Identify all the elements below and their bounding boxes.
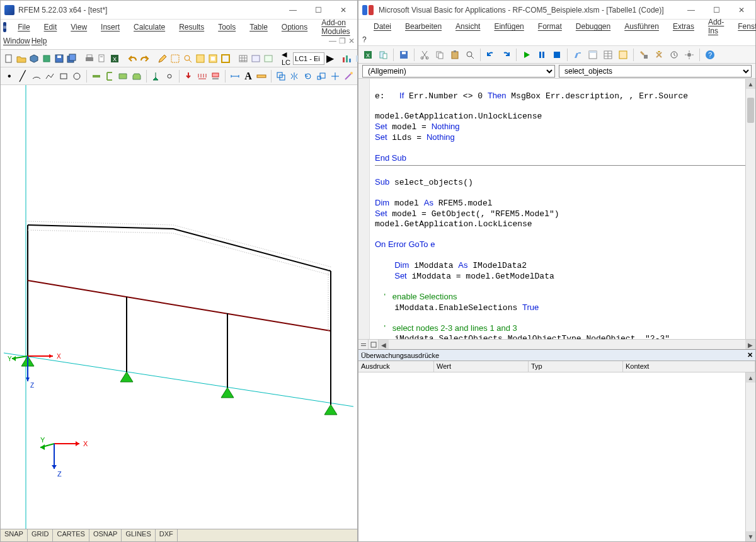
mirror-icon[interactable] [289,69,301,83]
scale-icon[interactable] [316,69,328,83]
printpreview-icon[interactable] [96,52,108,66]
text-icon[interactable]: A [242,69,254,83]
arc-icon[interactable] [30,69,42,83]
menu-window[interactable]: Window [3,37,30,45]
design-mode-icon[interactable] [571,48,585,62]
select-all-icon[interactable] [220,52,231,66]
close-button[interactable]: ✕ [729,1,754,19]
view-excel-icon[interactable]: X [361,48,375,62]
save-icon[interactable] [54,52,65,66]
menu-extras[interactable]: Extras [667,20,701,33]
menu-tools[interactable]: Tools [212,21,242,33]
select-rect-icon[interactable] [169,52,181,66]
mdi-close-button[interactable]: ✕ [348,37,355,45]
load-case-selector[interactable] [293,52,324,65]
filter-icon[interactable] [207,52,219,66]
rect-icon[interactable] [57,69,69,83]
wand-icon[interactable] [343,69,355,83]
areaload-icon[interactable] [209,69,221,83]
mdi-restore-button[interactable]: ❐ [339,37,346,45]
member-icon[interactable] [90,69,102,83]
options-icon[interactable] [682,48,696,62]
menu-table[interactable]: Table [243,21,274,33]
watch-col-ausdruck[interactable]: Ausdruck [358,361,434,372]
watch-close-button[interactable]: ✕ [747,351,753,359]
undo-icon[interactable] [484,48,498,62]
toggle-breakpoint-icon[interactable] [652,48,666,62]
scroll-down-icon[interactable]: ▼ [746,531,755,541]
entity-select-icon[interactable] [195,52,206,66]
table2-icon[interactable] [250,52,261,66]
watch-col-kontext[interactable]: Kontext [623,361,755,372]
status-dxf[interactable]: DXF [156,529,178,541]
load-icon[interactable] [182,69,194,83]
menu-bearbeiten[interactable]: Bearbeiten [399,20,448,33]
watch-col-wert[interactable]: Wert [434,361,529,372]
menu-view[interactable]: View [64,21,93,33]
saveall-icon[interactable] [66,52,77,66]
menu-file[interactable]: File [11,21,36,33]
menu-help[interactable]: Help [32,37,47,45]
redo-icon[interactable] [139,52,151,66]
block-icon[interactable] [41,52,52,66]
scroll-thumb[interactable] [747,98,754,123]
circle-icon[interactable] [71,69,83,83]
scroll-up-icon[interactable]: ▲ [746,79,755,89]
undo-icon[interactable] [127,52,138,66]
project-explorer-icon[interactable] [586,48,600,62]
watch-col-typ[interactable]: Typ [529,361,623,372]
mdi-minimize-button[interactable]: — [329,37,336,45]
properties-icon[interactable] [601,48,615,62]
status-glines[interactable]: GLINES [122,529,155,541]
code-editor[interactable]: e: If Err.Number <> 0 Then MsgBox Err.de… [358,79,755,350]
menu-einfuegen[interactable]: Einfügen [488,20,530,33]
table-icon[interactable] [238,52,249,66]
excel-icon[interactable]: X [109,52,120,66]
vba-titlebar[interactable]: Microsoft Visual Basic for Applications … [358,1,755,20]
menu-debuggen[interactable]: Debuggen [570,20,617,33]
code-text[interactable]: e: If Err.Number <> 0 Then MsgBox Err.de… [370,88,755,341]
results1-icon[interactable] [341,52,352,66]
dim-icon[interactable] [229,69,241,83]
object-combo[interactable]: (Allgemein) [362,65,555,78]
procedure-combo[interactable]: select_objects [559,65,752,78]
zoom-window-icon[interactable] [182,52,193,66]
support-icon[interactable] [150,69,162,83]
vertical-scrollbar[interactable]: ▲ ▼ [745,372,755,541]
watch-window-title[interactable]: Überwachungsausdrücke ✕ [358,350,755,361]
run-icon[interactable] [520,48,534,62]
menu-ausfuehren[interactable]: Ausführen [618,20,665,33]
minimize-button[interactable]: — [280,1,306,19]
rfem-system-menu-icon[interactable]: ≡ [3,22,6,32]
cut-icon[interactable] [418,48,432,62]
menu-insert[interactable]: Insert [94,21,126,33]
node-icon[interactable]: • [3,69,15,83]
solid-icon[interactable] [130,69,142,83]
proc-view-icon[interactable] [358,340,369,350]
copy-el-icon[interactable] [275,69,287,83]
status-cartes[interactable]: CARTES [53,529,89,541]
lineload-icon[interactable] [196,69,208,83]
minimize-button[interactable]: — [679,1,704,19]
menu-format[interactable]: Format [532,20,568,33]
menu-help[interactable]: ? [362,35,367,44]
watch-body[interactable]: ▲ ▼ [358,372,755,541]
horizontal-scrollbar[interactable]: ◀ ▶ [379,340,755,349]
menu-ansicht[interactable]: Ansicht [449,20,486,33]
menu-results[interactable]: Results [173,21,210,33]
object-browser-icon[interactable] [616,48,630,62]
status-grid[interactable]: GRID [28,529,54,541]
cube-icon[interactable] [28,52,40,66]
scroll-left-icon[interactable]: ◀ [379,340,389,350]
copy-icon[interactable] [433,48,447,62]
menu-options[interactable]: Options [275,21,314,33]
rfem-titlebar[interactable]: RFEM 5.22.03 x64 - [test*] — ☐ ✕ [1,1,357,20]
menu-datei[interactable]: Datei [367,20,398,33]
status-snap[interactable]: SNAP [1,529,28,541]
scroll-up-icon[interactable]: ▲ [746,372,755,383]
toolbox-icon[interactable] [637,48,651,62]
scroll-right-icon[interactable]: ▶ [745,340,755,350]
rotate-icon[interactable] [302,69,314,83]
hinge-icon[interactable] [163,69,175,83]
redo-icon[interactable] [499,48,513,62]
